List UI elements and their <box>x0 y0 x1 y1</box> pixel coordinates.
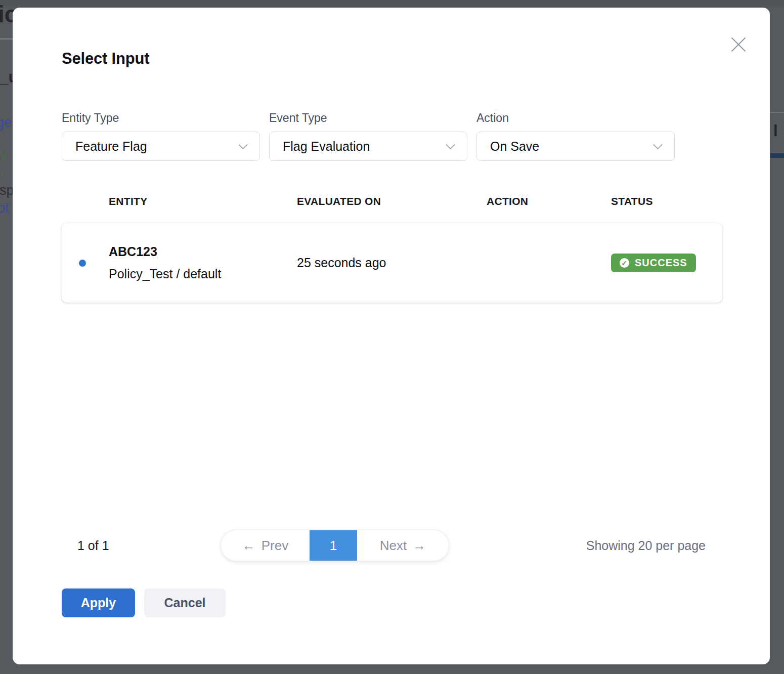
entity-type-value: Feature Flag <box>75 139 147 154</box>
cancel-button[interactable]: Cancel <box>144 588 226 617</box>
status-badge-label: SUCCESS <box>635 257 687 269</box>
background-code-fragment: ge <box>0 115 12 131</box>
apply-button[interactable]: Apply <box>62 588 135 617</box>
next-page-button[interactable]: Next → <box>357 530 449 561</box>
chevron-down-icon <box>653 140 662 149</box>
page-1-button[interactable]: 1 <box>310 530 357 561</box>
check-circle-icon: ✓ <box>620 258 629 268</box>
entity-type-select[interactable]: Feature Flag <box>62 132 260 161</box>
modal-title: Select Input <box>62 50 722 68</box>
column-header-status: STATUS <box>611 195 722 207</box>
column-header-evaluated-on: EVALUATED ON <box>297 195 487 207</box>
status-badge: ✓ SUCCESS <box>611 254 696 272</box>
modal-content: Select Input Entity Type Feature Flag Ev… <box>13 8 770 664</box>
prev-page-button[interactable]: ← Prev <box>221 530 310 561</box>
event-type-select[interactable]: Flag Evaluation <box>269 132 467 161</box>
left-arrow-icon: ← <box>242 538 255 554</box>
prev-label: Prev <box>262 538 288 554</box>
event-type-value: Flag Evaluation <box>283 139 370 154</box>
filter-action: Action On Save <box>476 111 675 161</box>
background-active-tab-underline <box>770 153 784 158</box>
action-value: On Save <box>490 139 539 154</box>
table-header-row: ENTITY EVALUATED ON ACTION STATUS <box>62 195 722 207</box>
evaluated-on-cell: 25 seconds ago <box>297 256 487 270</box>
entity-name: ABC123 <box>109 244 297 259</box>
right-arrow-icon: → <box>413 538 426 554</box>
pagination-bar: 1 of 1 ← Prev 1 Next → Showing 20 per pa… <box>62 530 722 561</box>
background-code-fragment: . <box>1 164 5 180</box>
filter-entity-type: Entity Type Feature Flag <box>62 111 260 161</box>
background-code-fragment: y <box>0 147 7 163</box>
background-divider <box>770 112 784 113</box>
background-code-fragment: sp <box>0 183 14 198</box>
action-label: Action <box>476 111 675 125</box>
background-code-fragment: ot <box>0 200 9 216</box>
page-summary: 1 of 1 <box>77 538 109 553</box>
column-header-action: ACTION <box>487 195 611 207</box>
next-label: Next <box>380 538 407 554</box>
chevron-down-icon <box>446 140 455 149</box>
table-row[interactable]: ABC123 Policy_Test / default 25 seconds … <box>62 223 722 303</box>
background-divider <box>0 38 14 39</box>
event-type-label: Event Type <box>269 111 467 125</box>
filter-bar: Entity Type Feature Flag Event Type Flag… <box>62 111 722 161</box>
action-select[interactable]: On Save <box>476 132 675 161</box>
entity-cell: ABC123 Policy_Test / default <box>62 244 297 281</box>
chevron-down-icon <box>238 140 247 149</box>
modal-footer: Apply Cancel <box>62 588 226 617</box>
column-header-entity: ENTITY <box>62 195 297 207</box>
select-input-modal: Select Input Entity Type Feature Flag Ev… <box>13 8 770 664</box>
background-tab-fragment: l <box>773 122 778 140</box>
filter-event-type: Event Type Flag Evaluation <box>269 111 467 161</box>
entity-detail: Policy_Test / default <box>109 267 297 281</box>
background-top-bar <box>0 0 784 8</box>
per-page-text: Showing 20 per page <box>586 538 706 553</box>
entity-type-label: Entity Type <box>62 111 260 125</box>
row-radio-selected[interactable] <box>79 260 86 267</box>
pager: ← Prev 1 Next → <box>221 530 449 561</box>
